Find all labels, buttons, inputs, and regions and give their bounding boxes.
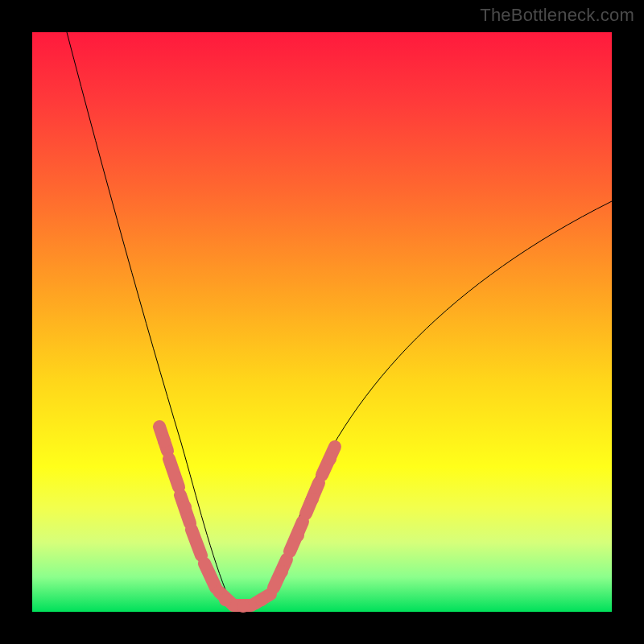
svg-point-8 xyxy=(324,452,336,465)
chart-frame: TheBottleneck.com xyxy=(0,0,644,644)
plot-area xyxy=(32,32,612,612)
svg-point-4 xyxy=(255,593,268,606)
svg-point-0 xyxy=(158,435,171,448)
svg-point-7 xyxy=(306,493,319,506)
bottleneck-curve xyxy=(67,32,612,609)
watermark-text: TheBottleneck.com xyxy=(480,5,634,26)
svg-point-6 xyxy=(291,529,304,542)
svg-point-5 xyxy=(275,565,288,578)
accent-floor-segment xyxy=(204,564,270,613)
svg-point-3 xyxy=(237,600,250,613)
accent-right-segment xyxy=(274,447,336,588)
plot-svg xyxy=(32,32,612,612)
svg-point-1 xyxy=(179,501,192,514)
svg-point-2 xyxy=(219,593,232,606)
